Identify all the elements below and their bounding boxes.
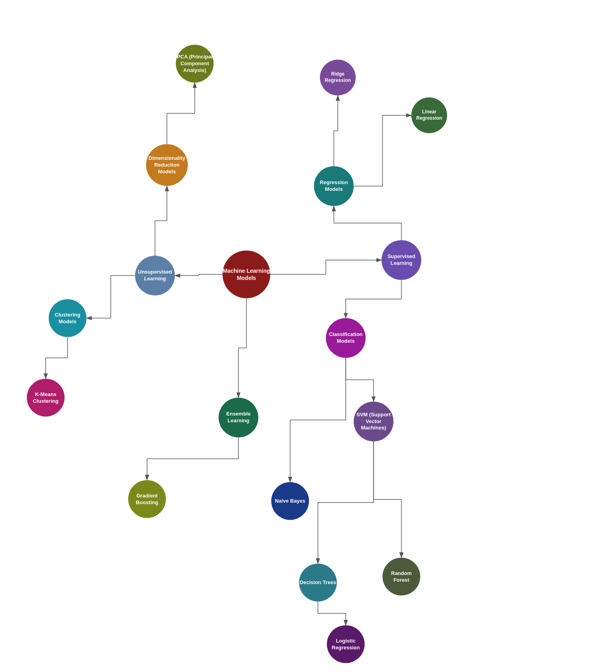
node-gradient: Gradient Boosting [128, 480, 166, 518]
node-supervised: Supervised Learning [382, 240, 421, 280]
node-ml-models: Machine Learning Models [223, 251, 270, 298]
diagram-container: Machine Learning ModelsUnsupervised Lear… [0, 0, 616, 672]
node-random-forest: Random Forest [383, 558, 420, 596]
node-kmeans: K-Means Clustering [27, 379, 65, 417]
node-unsupervised: Unsupervised Learning [135, 256, 175, 295]
node-pca: PCA (Principal Component Analysis) [176, 45, 214, 83]
node-ridge: Ridge Regression [320, 60, 356, 95]
node-logistic: Logistic Regression [327, 625, 365, 663]
node-linear: Linear Regression [411, 97, 447, 133]
node-clustering: Clustering Models [49, 299, 87, 337]
node-dimensionality: Dimensionality Reduction Models [146, 144, 188, 186]
node-regression-models: Regression Models [314, 166, 354, 206]
node-decision-trees: Decision Trees [299, 564, 337, 602]
node-ensemble: Ensemble Learning [219, 398, 258, 437]
node-svm: SVM (Support Vector Machines) [354, 402, 393, 441]
node-classification: Classification Models [326, 318, 366, 358]
node-naive-bayes: Naive Bayes [271, 482, 309, 520]
